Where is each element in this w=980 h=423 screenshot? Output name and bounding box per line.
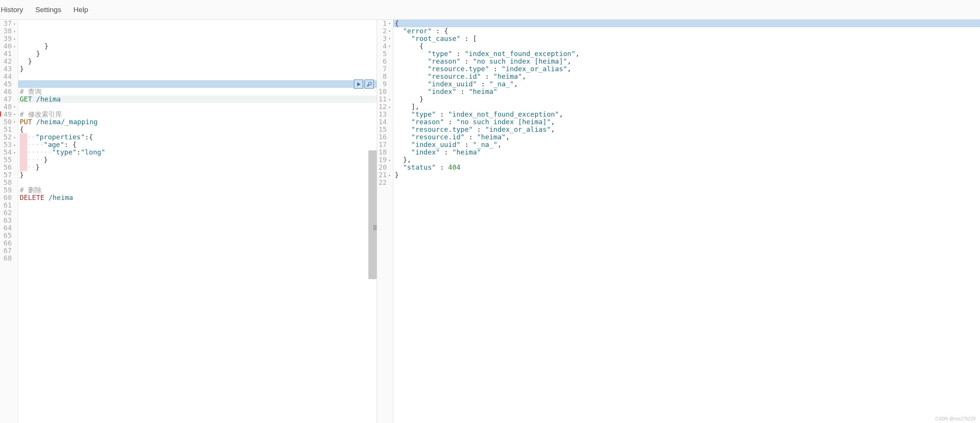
line-number: 15 — [379, 126, 391, 133]
code-line[interactable]: "root_cause" : [ — [393, 35, 980, 43]
code-line[interactable]: ····"age": { — [18, 141, 377, 149]
menu-history[interactable]: History — [0, 4, 24, 16]
line-number: 22 — [379, 179, 391, 186]
watermark: CSDN @ros275229 — [935, 416, 975, 421]
line-number: 39▴ — [2, 35, 16, 43]
code-line[interactable]: "error" : { — [393, 27, 980, 35]
code-line[interactable]: PUT /heima/_mapping — [18, 118, 377, 126]
code-line[interactable] — [18, 103, 377, 111]
code-line[interactable]: "resource.type" : "index_or_alias", — [393, 126, 980, 133]
line-number: 53▴ — [2, 141, 16, 149]
code-line[interactable] — [18, 217, 377, 224]
code-line[interactable]: "index" : "heima" — [393, 88, 980, 95]
code-line[interactable]: "reason" : "no such index [heima]", — [393, 57, 980, 65]
code-line[interactable] — [18, 80, 377, 88]
code-line[interactable] — [18, 277, 377, 285]
request-options-button[interactable] — [364, 79, 374, 89]
run-request-button[interactable] — [354, 79, 363, 89]
code-line[interactable] — [18, 224, 377, 232]
menu-settings[interactable]: Settings — [35, 4, 62, 16]
code-line[interactable]: } — [393, 95, 980, 103]
line-number: 57 — [2, 171, 16, 179]
line-number: 41 — [2, 50, 16, 57]
line-number: 59 — [2, 186, 16, 194]
line-number: 14 — [379, 118, 391, 126]
code-line[interactable] — [18, 247, 377, 255]
code-line[interactable]: ··"properties":{ — [18, 133, 377, 141]
code-line[interactable]: "type" : "index_not_found_exception", — [393, 50, 980, 57]
line-actions — [354, 80, 374, 88]
line-number: 8 — [379, 73, 391, 80]
code-line[interactable] — [18, 232, 377, 239]
line-number: 47 — [2, 95, 16, 103]
request-editor-gutter: 37▴38▴39▴40▴4142434445464748▾49▾x50▾5152… — [0, 20, 18, 423]
line-number: 6 — [379, 57, 391, 65]
menubar: History Settings Help — [0, 0, 980, 20]
line-number: 67 — [2, 247, 16, 255]
code-line[interactable]: "resource.id" : "heima", — [393, 73, 980, 80]
code-line[interactable]: # 修改索引库 — [18, 111, 377, 118]
code-line[interactable]: { — [393, 43, 980, 50]
code-line[interactable]: ····} — [18, 156, 377, 163]
request-editor-pane: 37▴38▴39▴40▴4142434445464748▾49▾x50▾5152… — [0, 20, 377, 423]
code-line[interactable] — [18, 209, 377, 217]
code-line[interactable] — [18, 239, 377, 247]
menu-help[interactable]: Help — [73, 4, 89, 16]
line-number: 43 — [2, 65, 16, 73]
response-viewer[interactable]: 1▾2▾3▾4▾567891011▴12▴13141516171819▴2021… — [377, 20, 980, 423]
line-number: 17 — [379, 141, 391, 149]
line-number: 44 — [2, 73, 16, 80]
line-number: 5 — [379, 50, 391, 57]
code-line[interactable]: } — [18, 65, 377, 73]
code-line[interactable]: "type" : "index_not_found_exception", — [393, 111, 980, 118]
line-number: 16 — [379, 133, 391, 141]
line-number: 50▾ — [2, 118, 16, 126]
response-viewer-pane: 1▾2▾3▾4▾567891011▴12▴13141516171819▴2021… — [377, 20, 980, 423]
code-line[interactable]: { — [393, 20, 980, 27]
response-viewer-code[interactable]: { "error" : { "root_cause" : [ { "type" … — [393, 20, 980, 423]
line-number: 40▴ — [2, 43, 16, 50]
code-line[interactable]: { — [18, 126, 377, 133]
line-number: 18 — [379, 149, 391, 156]
code-line[interactable] — [18, 255, 377, 262]
code-line[interactable]: DELETE /heima — [18, 194, 377, 201]
request-editor[interactable]: 37▴38▴39▴40▴4142434445464748▾49▾x50▾5152… — [0, 20, 377, 423]
code-line[interactable]: } — [18, 57, 377, 65]
line-number: 42 — [2, 57, 16, 65]
code-line[interactable]: }, — [393, 156, 980, 163]
line-number: 48▾ — [2, 103, 16, 111]
code-line[interactable]: } — [18, 171, 377, 179]
code-line[interactable]: # 查询 — [18, 88, 377, 95]
code-line[interactable]: ], — [393, 103, 980, 111]
line-number: 37▴ — [2, 20, 16, 27]
code-line[interactable] — [18, 262, 377, 269]
request-editor-code[interactable]: } } }}# 查询GET /heima# 修改索引库PUT /heima/_m… — [18, 20, 377, 423]
code-line[interactable]: } — [18, 43, 377, 50]
code-line[interactable]: # 删除 — [18, 186, 377, 194]
code-line[interactable]: ··} — [18, 163, 377, 171]
line-number: 21▴ — [379, 171, 391, 179]
code-line[interactable]: } — [18, 50, 377, 57]
line-number: 13 — [379, 111, 391, 118]
code-line[interactable]: "resource.id" : "heima", — [393, 133, 980, 141]
code-line[interactable]: ······"type":"long" — [18, 149, 377, 156]
code-line[interactable]: } — [393, 171, 980, 179]
code-line[interactable]: "reason" : "no such index [heima]", — [393, 118, 980, 126]
code-line[interactable] — [18, 179, 377, 186]
code-line[interactable] — [18, 269, 377, 277]
code-line[interactable]: "index_uuid" : "_na_", — [393, 141, 980, 149]
line-number: 60 — [2, 194, 16, 201]
code-line[interactable]: GET /heima — [18, 95, 377, 103]
code-line[interactable] — [18, 201, 377, 209]
code-line[interactable]: "index_uuid" : "_na_", — [393, 80, 980, 88]
line-number: 54▴ — [2, 149, 16, 156]
code-line[interactable]: "resource.type" : "index_or_alias", — [393, 65, 980, 73]
line-number: 12▴ — [379, 103, 391, 111]
code-line[interactable] — [393, 179, 980, 186]
code-line[interactable]: "status" : 404 — [393, 163, 980, 171]
code-line[interactable] — [18, 73, 377, 80]
pane-splitter[interactable] — [373, 222, 377, 233]
code-line[interactable]: "index" : "heima" — [393, 149, 980, 156]
line-number: 10 — [379, 88, 391, 95]
line-number: 56 — [2, 163, 16, 171]
